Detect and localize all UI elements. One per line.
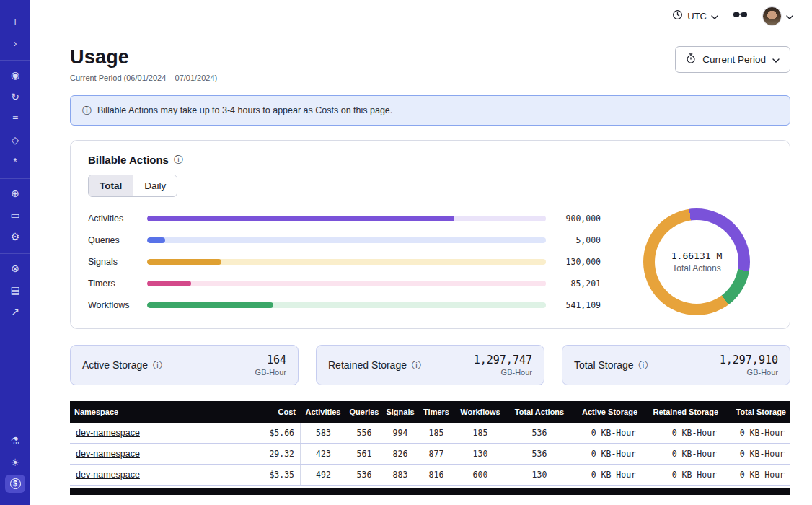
billable-chart: Activities900,000Queries5,000Signals130,… [88, 208, 772, 315]
settings-gear-icon: ⚙ [11, 232, 20, 242]
storage-card-value-block: 164GB-Hour [255, 354, 286, 377]
info-icon[interactable]: ⓘ [174, 155, 183, 164]
namespace-link[interactable]: dev-namespace [76, 449, 140, 459]
table-row: dev-namespace$3.354925368838166001300 KB… [70, 465, 790, 486]
donut-total-value: 1.66131 M [671, 250, 722, 261]
cell-activities: 423 [300, 444, 346, 464]
asterisk-icon: * [13, 157, 17, 167]
namespace-cell: dev-namespace [70, 444, 254, 464]
column-header-namespace: Namespace [70, 401, 254, 423]
table-row: dev-namespace29.324235618268771305360 KB… [70, 444, 790, 465]
cell-signals: 994 [382, 423, 418, 443]
sidebar-item-billing-card[interactable]: ▭ [5, 206, 25, 224]
timezone-label: UTC [687, 11, 707, 22]
sidebar-item-globe[interactable]: ⊕ [5, 184, 25, 202]
table-header-row: NamespaceCostActivitiesQueriesSignalsTim… [70, 401, 790, 423]
chevron-down-icon [711, 11, 718, 22]
cell-signals: 883 [382, 465, 418, 485]
cell-total-actions: 536 [506, 423, 573, 443]
cell-workflows: 130 [454, 444, 506, 464]
cell-cost: $5.66 [254, 423, 300, 443]
timezone-selector[interactable]: UTC [672, 9, 718, 22]
goggles-button[interactable] [733, 9, 748, 22]
storage-card-label: Total Storageⓘ [574, 359, 648, 371]
user-menu[interactable] [762, 6, 793, 26]
namespace-link[interactable]: dev-namespace [76, 428, 140, 438]
cell-retained-storage: 0 KB-Hour [642, 444, 723, 464]
bar-chart: Activities900,000Queries5,000Signals130,… [88, 214, 601, 310]
billing-card-icon: ▭ [10, 210, 19, 220]
storage-card-label: Retained Storageⓘ [328, 359, 421, 371]
bar-track [147, 281, 546, 286]
cell-active-storage: 0 KB-Hour [573, 465, 642, 485]
column-header-workflows: Workflows [454, 401, 506, 423]
page-header: Usage Current Period (06/01/2024 – 07/01… [70, 46, 790, 82]
cell-total-storage: 0 KB-Hour [723, 444, 790, 464]
storage-label-text: Active Storage [82, 359, 148, 371]
target-icon: ◉ [11, 70, 19, 80]
sidebar-item-history[interactable]: ↻ [5, 87, 25, 105]
sidebar-item-layers[interactable]: ≡ [5, 109, 25, 127]
sidebar-item-docs[interactable]: ▤ [5, 281, 25, 299]
namespace-link[interactable]: dev-namespace [76, 470, 140, 480]
tab-total[interactable]: Total [89, 175, 133, 196]
storage-value: 1,297,910 [720, 354, 778, 366]
sidebar-item-expand-chevron[interactable]: › [5, 34, 25, 52]
billable-actions-title: Billable Actions [88, 154, 169, 166]
sidebar-item-target[interactable]: ◉ [5, 66, 25, 84]
sidebar-item-circle-x[interactable]: ⊗ [5, 259, 25, 277]
column-header-cost: Cost [254, 401, 300, 423]
page-title: Usage [70, 46, 217, 69]
sidebar-item-launch-arrow[interactable]: ↗ [5, 302, 25, 320]
sidebar-item-settings-gear[interactable]: ⚙ [5, 227, 25, 245]
donut-chart-wrap: 1.66131 M Total Actions [621, 208, 772, 315]
donut-chart: 1.66131 M Total Actions [643, 208, 750, 315]
cell-signals: 826 [382, 444, 418, 464]
cell-queries: 536 [346, 465, 382, 485]
donut-center: 1.66131 M Total Actions [655, 220, 738, 304]
topbar: UTC [30, 0, 812, 32]
storage-label-text: Total Storage [574, 359, 634, 371]
docs-icon: ▤ [10, 285, 19, 295]
cell-activities: 583 [300, 423, 346, 443]
info-icon[interactable]: ⓘ [153, 361, 162, 370]
cell-active-storage: 0 KB-Hour [573, 423, 642, 443]
usage-table: NamespaceCostActivitiesQueriesSignalsTim… [70, 401, 790, 486]
expand-chevron-icon: › [14, 38, 17, 48]
bar-fill [147, 237, 165, 243]
bar-track [147, 237, 546, 243]
info-icon[interactable]: ⓘ [412, 361, 421, 370]
sidebar-item-flask[interactable]: ⚗ [5, 431, 25, 449]
sidebar-item-cube[interactable]: ◇ [5, 131, 25, 149]
app-logo-icon: + [12, 17, 18, 27]
cell-retained-storage: 0 KB-Hour [642, 423, 723, 443]
sidebar-item-asterisk[interactable]: * [5, 152, 25, 170]
user-avatar [762, 6, 782, 26]
period-selector-button[interactable]: Current Period [675, 46, 790, 73]
goggles-icon [733, 9, 748, 22]
bar-fill [147, 302, 273, 308]
table-row: dev-namespace$5.665835569941851855360 KB… [70, 423, 790, 444]
chevron-down-icon [772, 54, 780, 65]
donut-total-label: Total Actions [672, 263, 720, 273]
bar-value: 5,000 [555, 235, 601, 245]
sidebar-item-app-logo[interactable]: + [5, 12, 25, 30]
storage-card-total-storage: Total Storageⓘ1,297,910GB-Hour [562, 345, 790, 385]
storage-unit: GB-Hour [255, 368, 286, 377]
banner-text: Billable Actions may take up to 3-4 hour… [97, 105, 392, 115]
sidebar-item-sun[interactable]: ☀ [5, 453, 25, 471]
bar-label: Workflows [88, 300, 138, 310]
sidebar-group-bottom: ⚗☀$ [0, 426, 30, 498]
info-icon[interactable]: ⓘ [639, 361, 648, 370]
cell-total-storage: 0 KB-Hour [723, 423, 790, 443]
billable-view-tabs: TotalDaily [88, 175, 177, 197]
info-icon: ⓘ [82, 106, 92, 115]
bar-track [147, 216, 546, 221]
bar-row-signals: Signals130,000 [88, 257, 601, 267]
column-header-total-storage: Total Storage [723, 401, 790, 423]
stopwatch-icon [686, 53, 696, 66]
column-header-signals: Signals [382, 401, 418, 423]
tab-daily[interactable]: Daily [133, 175, 177, 196]
sidebar-item-usage-dollar[interactable]: $ [5, 475, 25, 493]
storage-card-retained-storage: Retained Storageⓘ1,297,747GB-Hour [316, 345, 544, 385]
